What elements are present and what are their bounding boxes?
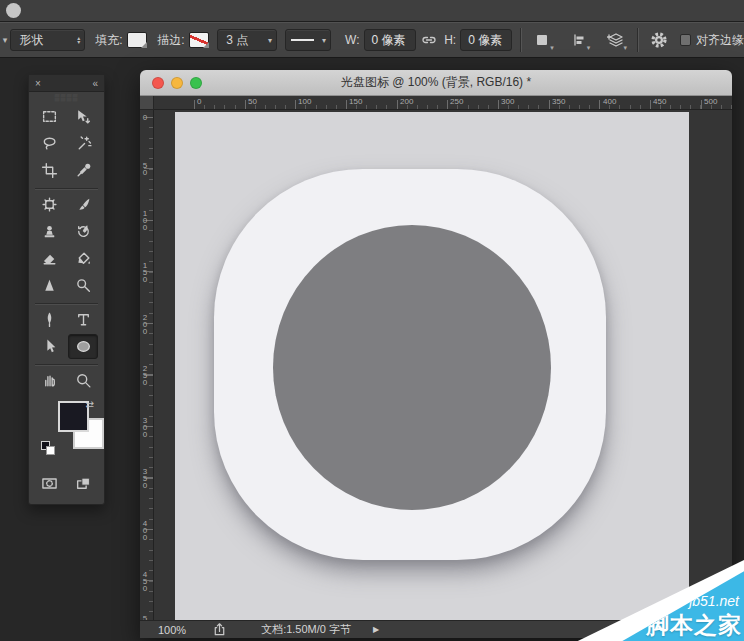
v-ruler-label: 150 (141, 262, 149, 283)
vertical-ruler[interactable]: 050100150200250300350400450500 (140, 110, 154, 620)
tool-row (33, 368, 100, 395)
v-ruler-label: 300 (141, 417, 149, 438)
fill-label: 填充: (95, 32, 122, 49)
healing-brush-tool[interactable] (35, 192, 65, 217)
tool-row (33, 334, 100, 361)
zoom-level-field[interactable]: 100% (158, 624, 186, 636)
stroke-width-dropdown[interactable]: 3 点 ▾ (217, 29, 277, 51)
foreground-color-swatch[interactable] (58, 401, 89, 432)
h-ruler-label: 150 (349, 97, 362, 106)
v-ruler-label: 500 (141, 615, 149, 620)
share-icon[interactable] (212, 622, 227, 637)
eraser-tool[interactable] (35, 246, 65, 271)
sharpen-tool[interactable] (35, 273, 65, 298)
grip-dots-icon: ▒▒▒▒ (55, 95, 79, 100)
shape-mode-value: 形状 (19, 32, 43, 49)
document-info[interactable]: 文档:1.50M/0 字节 (261, 622, 351, 637)
quick-mask-tool[interactable] (35, 471, 65, 496)
canvas-area[interactable] (154, 110, 732, 620)
align-edges-checkbox[interactable] (680, 34, 690, 46)
document-status-bar: 100% 文档:1.50M/0 字节 ▶ (140, 620, 732, 638)
h-ruler-label: 100 (298, 97, 311, 106)
crop-tool[interactable] (35, 158, 65, 183)
window-control-dot[interactable] (6, 3, 21, 18)
horizontal-ruler[interactable]: 050100150200250300350400450500 (140, 96, 732, 110)
magic-wand-tool[interactable] (68, 131, 98, 156)
screen-mode-tool[interactable] (68, 471, 98, 496)
gear-icon[interactable] (650, 29, 669, 51)
h-ruler-label: 400 (603, 97, 616, 106)
hand-tool[interactable] (35, 368, 65, 393)
document-title: 光盘图标 @ 100% (背景, RGB/16) * (341, 74, 531, 91)
ellipse-tool[interactable] (68, 334, 98, 359)
rect-marquee-tool[interactable] (35, 104, 65, 129)
options-separator (637, 28, 638, 52)
tool-preset-chevron-icon[interactable]: ▾ (0, 35, 10, 45)
tool-grid: ⇄ (29, 102, 104, 504)
tool-row (33, 471, 100, 498)
document-title-bar[interactable]: 光盘图标 @ 100% (背景, RGB/16) * (140, 70, 732, 96)
lasso-tool[interactable] (35, 131, 65, 156)
panel-close-icon[interactable]: × (35, 78, 41, 89)
line-style-icon (291, 39, 314, 41)
app-title-bar (0, 0, 744, 22)
status-flyout-arrow-icon[interactable]: ▶ (373, 625, 379, 634)
v-ruler-label: 400 (141, 520, 149, 541)
tool-row (33, 219, 100, 246)
h-ruler-label: 500 (704, 97, 717, 106)
ruler-origin-corner[interactable] (140, 96, 154, 110)
tool-row (33, 158, 100, 185)
swap-colors-icon[interactable]: ⇄ (86, 399, 94, 410)
dropdown-arrow-icon: ▾ (587, 44, 591, 52)
h-ruler-label: 0 (197, 97, 201, 106)
height-label: H: (444, 33, 456, 47)
tool-row (33, 246, 100, 273)
history-brush-tool[interactable] (68, 219, 98, 244)
brush-tool[interactable] (68, 192, 98, 217)
tools-panel: × « ▒▒▒▒ ⇄ (28, 74, 105, 505)
path-arrange-icon[interactable]: ▾ (606, 29, 625, 51)
document-content: 050100150200250300350400450500 (140, 110, 732, 620)
updown-arrows-icon: ▴▾ (77, 36, 80, 44)
type-tool[interactable] (68, 307, 98, 332)
panel-grip[interactable]: ▒▒▒▒ (29, 92, 104, 102)
fill-swatch[interactable] (127, 32, 148, 48)
zoom-window-icon[interactable] (190, 77, 202, 89)
h-ruler-label: 200 (400, 97, 413, 106)
width-label: W: (345, 33, 359, 47)
shape-mode-dropdown[interactable]: 形状 ▴▾ (10, 29, 85, 51)
swatch-fold-icon (203, 42, 209, 48)
minimize-window-icon[interactable] (171, 77, 183, 89)
path-select-tool[interactable] (35, 334, 65, 359)
traffic-lights (152, 77, 202, 89)
eyedropper-tool[interactable] (68, 158, 98, 183)
path-operations-icon[interactable]: ▾ (533, 29, 552, 51)
paint-bucket-tool[interactable] (68, 246, 98, 271)
stroke-swatch[interactable] (189, 32, 210, 48)
tool-row (33, 104, 100, 131)
move-tool[interactable] (68, 104, 98, 129)
stroke-label: 描边: (157, 32, 184, 49)
stroke-style-dropdown[interactable]: ▾ (285, 29, 331, 51)
shape-width-field[interactable]: 0 像素 (364, 29, 416, 51)
zoom-tool[interactable] (68, 368, 98, 393)
panel-collapse-icon[interactable]: « (92, 78, 98, 89)
close-window-icon[interactable] (152, 77, 164, 89)
pen-tool[interactable] (35, 307, 65, 332)
clone-stamp-tool[interactable] (35, 219, 65, 244)
tool-row (33, 192, 100, 219)
align-edges-label: 对齐边缘 (696, 32, 744, 49)
v-ruler-label: 50 (141, 162, 149, 176)
v-ruler-label: 0 (141, 114, 149, 121)
tools-panel-header: × « (29, 75, 104, 92)
path-alignment-icon[interactable]: ▾ (570, 29, 589, 51)
tool-divider (35, 188, 98, 189)
gray-circle-shape[interactable] (273, 225, 551, 510)
v-ruler-label: 450 (141, 571, 149, 592)
dodge-tool[interactable] (68, 273, 98, 298)
document-canvas[interactable] (175, 112, 689, 620)
shape-height-field[interactable]: 0 像素 (460, 29, 512, 51)
tool-row (33, 307, 100, 334)
dropdown-arrow-icon: ▾ (550, 44, 554, 52)
link-dimensions-icon[interactable] (420, 29, 439, 51)
